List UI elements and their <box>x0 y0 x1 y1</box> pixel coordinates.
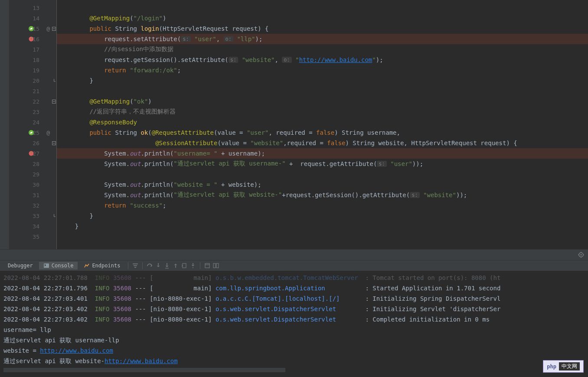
run-to-cursor-icon[interactable] <box>189 262 196 269</box>
code-line[interactable]: @SessionAttribute(value = "website",requ… <box>57 138 588 148</box>
gutter-row[interactable]: 30 <box>10 179 52 190</box>
token-hint: o: <box>282 57 291 63</box>
breakpoint-icon[interactable] <box>28 150 34 156</box>
gutter-row[interactable]: 17 <box>10 44 52 55</box>
breakpoint-icon[interactable] <box>28 36 34 42</box>
override-marker[interactable]: @ <box>46 130 50 136</box>
code-line[interactable]: public String ok(@RequestAttribute(value… <box>57 127 588 138</box>
code-line[interactable]: //返回字符串，不走视图解析器 <box>57 107 588 117</box>
gutter-row[interactable]: 27 <box>10 148 52 159</box>
gutter-row[interactable]: 24 <box>10 117 52 127</box>
gutter-row[interactable]: 32 <box>10 200 52 211</box>
token-default: request.setAttribute( <box>104 36 181 42</box>
gutter-row[interactable]: 21 <box>10 86 52 96</box>
spring-icon[interactable] <box>28 130 34 136</box>
gutter-row[interactable]: 29 <box>10 169 52 179</box>
code-line[interactable]: System.out.println("通过servlet api 获取 use… <box>57 159 588 169</box>
endpoints-icon <box>84 263 90 269</box>
code-line[interactable]: request.setAttribute(s: "user", o: "llp"… <box>57 34 588 44</box>
gutter-row[interactable]: 23 <box>10 107 52 117</box>
code-line[interactable]: } <box>57 211 588 221</box>
token-string: "llp" <box>237 36 255 42</box>
gutter-row[interactable]: 19 <box>10 65 52 75</box>
gutter[interactable]: 131415@16171819202122232425@262728293031… <box>10 0 52 249</box>
gutter-row[interactable]: 22 <box>10 96 52 107</box>
token-hint: s: <box>229 57 238 63</box>
target-icon[interactable] <box>578 251 585 258</box>
code-editor[interactable]: @GetMapping("/login") public String logi… <box>57 0 588 249</box>
filter-icon[interactable] <box>132 262 139 269</box>
tab-endpoints[interactable]: Endpoints <box>79 262 124 270</box>
gutter-row[interactable]: 31 <box>10 190 52 200</box>
token-annotation: @SessionAttribute <box>155 140 217 146</box>
code-line[interactable]: System.out.println("通过servlet api 获取 web… <box>57 190 588 200</box>
line-number: 20 <box>29 78 39 84</box>
code-line[interactable]: return "success"; <box>57 200 588 211</box>
url-link[interactable]: http://www.baidu.com <box>105 358 178 364</box>
fold-marker[interactable] <box>52 96 56 107</box>
token-string: "通过servlet api 获取 username-" <box>173 160 285 168</box>
code-line[interactable]: } <box>57 75 588 86</box>
token-string: " <box>295 56 299 63</box>
gutter-row[interactable]: 16 <box>10 34 52 44</box>
gutter-row[interactable]: 26 <box>10 138 52 148</box>
code-line[interactable]: System.out.println("username= " + userna… <box>57 148 588 159</box>
tab-debugger[interactable]: Debugger <box>3 262 37 270</box>
tab-console[interactable]: Console <box>39 262 78 270</box>
step-into-icon[interactable] <box>155 262 162 269</box>
code-line[interactable]: } <box>57 221 588 231</box>
token-parens: ) <box>148 98 151 105</box>
fold-marker[interactable] <box>52 75 56 86</box>
code-line[interactable]: @GetMapping("/login") <box>57 13 588 23</box>
code-line[interactable] <box>57 231 588 242</box>
evaluate-icon[interactable] <box>204 262 211 269</box>
line-number: 19 <box>29 67 39 74</box>
url-link[interactable]: http://www.baidu.com <box>40 347 113 354</box>
code-line[interactable] <box>57 169 588 179</box>
token-default: } <box>75 223 78 230</box>
code-line[interactable]: request.getSession().setAttribute(s: "we… <box>57 55 588 65</box>
fold-marker[interactable] <box>52 138 56 148</box>
fold-column[interactable] <box>52 0 57 249</box>
token-parens: ( <box>130 15 133 22</box>
gutter-row[interactable]: 20 <box>10 75 52 86</box>
token-default: } <box>89 212 93 219</box>
code-line[interactable]: @ResponseBody <box>57 117 588 127</box>
code-line[interactable]: System.out.println("website = " + websit… <box>57 179 588 190</box>
gutter-row[interactable]: 14 <box>10 13 52 23</box>
token-string: "website" <box>250 140 283 146</box>
token-default: + username <box>217 150 258 157</box>
gutter-row[interactable]: 35 <box>10 231 52 242</box>
code-line[interactable]: //向session中添加数据 <box>57 44 588 55</box>
step-out-icon[interactable] <box>172 262 179 269</box>
line-number: 21 <box>29 88 39 94</box>
code-line[interactable] <box>57 86 588 96</box>
override-marker[interactable]: @ <box>46 26 50 32</box>
line-number: 18 <box>29 57 39 63</box>
fold-marker[interactable] <box>52 23 56 34</box>
token-string: "user" <box>194 36 216 42</box>
gutter-row[interactable]: 18 <box>10 55 52 65</box>
code-line[interactable]: public String login(HttpServletRequest r… <box>57 23 588 34</box>
drop-frame-icon[interactable] <box>181 262 188 269</box>
spring-icon[interactable] <box>28 26 34 32</box>
token-hint: o: <box>224 36 233 42</box>
step-over-icon[interactable] <box>146 262 153 269</box>
gutter-row[interactable]: 28 <box>10 159 52 169</box>
token-comment: //返回字符串，不走视图解析器 <box>89 108 176 116</box>
code-line[interactable]: return "forward:/ok"; <box>57 65 588 75</box>
gutter-row[interactable]: 34 <box>10 221 52 231</box>
fold-marker[interactable] <box>52 211 56 221</box>
code-line[interactable] <box>57 3 588 13</box>
watermark: php中文网 <box>543 360 584 373</box>
gutter-row[interactable]: 15@ <box>10 23 52 34</box>
code-line[interactable]: @GetMapping("ok") <box>57 96 588 107</box>
gutter-row[interactable]: 25@ <box>10 127 52 138</box>
line-number: 35 <box>29 234 39 240</box>
console-output[interactable]: 2022-08-04 22:27:01.788 INFO 35608 --- [… <box>0 271 588 377</box>
gutter-row[interactable]: 33 <box>10 211 52 221</box>
gutter-row[interactable]: 13 <box>10 3 52 13</box>
horizontal-scrollbar[interactable] <box>3 368 285 372</box>
force-step-into-icon[interactable] <box>163 262 170 269</box>
trace-icon[interactable] <box>212 262 219 269</box>
